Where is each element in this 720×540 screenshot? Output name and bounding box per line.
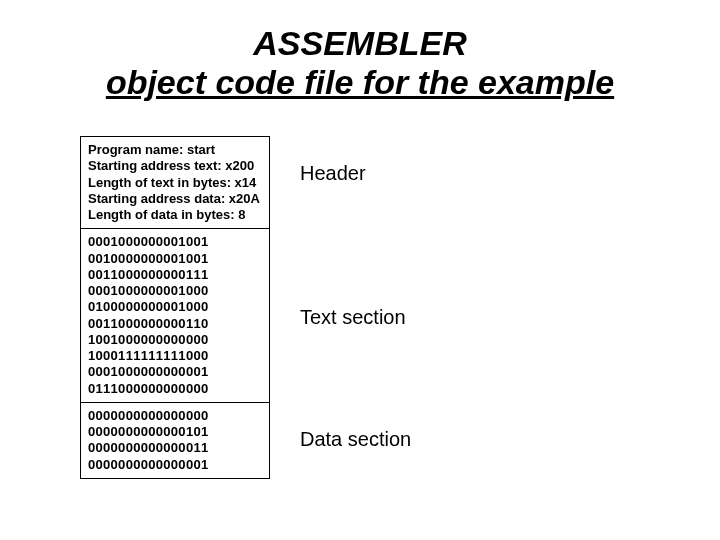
object-code-table: Program name: start Starting address tex… <box>80 136 270 479</box>
slide: ASSEMBLER object code file for the examp… <box>0 0 720 540</box>
text-section-content: 0001000000001001 0010000000001001 001100… <box>82 230 268 401</box>
header-cell: Program name: start Starting address tex… <box>81 137 270 229</box>
label-header: Header <box>300 162 366 185</box>
header-content: Program name: start Starting address tex… <box>82 138 268 227</box>
text-section-cell: 0001000000001001 0010000000001001 001100… <box>81 229 270 403</box>
data-section-cell: 0000000000000000 0000000000000101 000000… <box>81 402 270 478</box>
slide-title: ASSEMBLER object code file for the examp… <box>0 24 720 102</box>
title-line1: ASSEMBLER <box>0 24 720 63</box>
label-data-section: Data section <box>300 428 411 451</box>
title-line2: object code file for the example <box>0 63 720 102</box>
data-section-content: 0000000000000000 0000000000000101 000000… <box>82 404 268 477</box>
label-text-section: Text section <box>300 306 406 329</box>
